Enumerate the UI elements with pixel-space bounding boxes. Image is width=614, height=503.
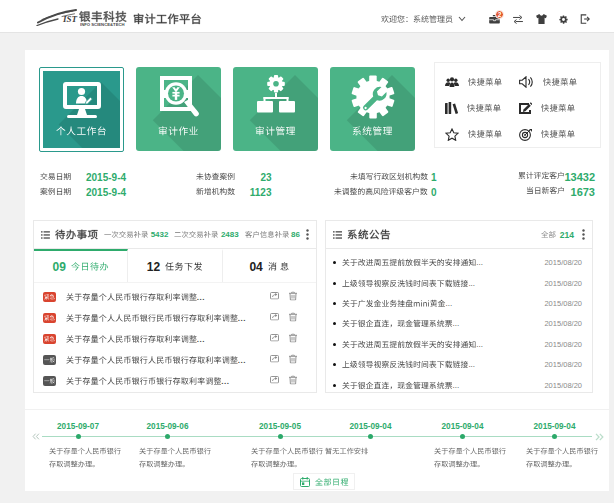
svg-text:INFO SCIENCE&TECH: INFO SCIENCE&TECH: [80, 22, 125, 27]
